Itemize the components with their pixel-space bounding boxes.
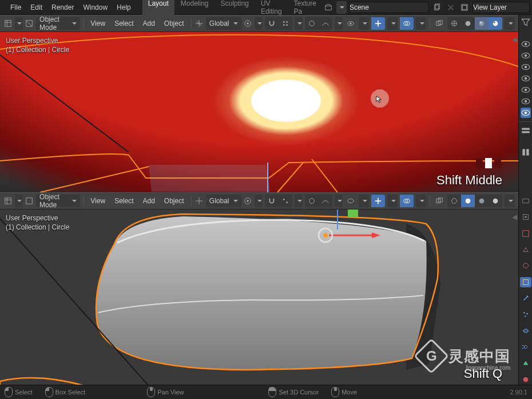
visibility-icon[interactable] (345, 18, 356, 29)
editor-type-icon[interactable] (3, 195, 13, 207)
scene-dropdown-icon[interactable] (336, 1, 347, 14)
browse-scene-icon[interactable] (323, 2, 334, 13)
filter-icon[interactable] (521, 17, 531, 27)
props-filter-icon[interactable] (521, 125, 531, 136)
viewlayer-field[interactable]: View Layer (473, 2, 530, 13)
prop-tab-particles-icon[interactable] (520, 309, 531, 319)
delete-scene-icon[interactable] (445, 2, 456, 13)
pivot-dropdown[interactable] (255, 17, 263, 30)
viewport-top[interactable]: User Perspective (1) Collection | Circle… (0, 32, 518, 192)
pivot-icon[interactable] (244, 18, 253, 29)
overlay-toggle-icon[interactable] (400, 195, 414, 207)
orientation-icon[interactable] (194, 18, 204, 29)
tab-modeling[interactable]: Modeling (175, 0, 215, 18)
visibility-eye-icon-5[interactable] (521, 85, 531, 95)
prop-tab-viewlayer-icon[interactable] (520, 228, 531, 239)
menu-edit[interactable]: Edit (26, 2, 47, 13)
new-scene-icon[interactable] (431, 2, 443, 13)
menu-file[interactable]: File (6, 2, 26, 13)
shading-solid-icon[interactable] (461, 17, 475, 30)
snap-toggle-icon[interactable] (265, 17, 279, 30)
prop-tab-world-icon[interactable] (520, 260, 531, 271)
shading-rendered-icon[interactable] (489, 195, 502, 207)
orientation-select[interactable]: Global (206, 17, 241, 30)
propedit-dropdown[interactable] (335, 195, 343, 207)
prop-tab-physics-icon[interactable] (520, 326, 531, 336)
overlay-toggle-icon[interactable] (400, 17, 414, 30)
prop-tab-data-icon[interactable] (520, 358, 531, 368)
pivot-dropdown[interactable] (255, 195, 263, 207)
tab-layout[interactable]: Layout (142, 0, 174, 18)
menu-select[interactable]: Select (111, 19, 137, 27)
visibility-dropdown[interactable] (359, 17, 369, 30)
prop-tab-render-icon[interactable] (520, 196, 531, 206)
visibility-eye-icon-3[interactable] (521, 62, 531, 72)
menu-add[interactable]: Add (139, 197, 158, 205)
sidebar-collapse-icon[interactable]: ◀ (512, 35, 517, 44)
menu-object[interactable]: Object (161, 19, 188, 27)
visibility-eye-icon-6[interactable] (521, 96, 531, 106)
propedit-curve-icon[interactable] (319, 17, 332, 30)
overlay-dropdown[interactable] (416, 195, 426, 207)
shading-matprev-icon[interactable] (475, 17, 489, 30)
editor-type-dropdown[interactable] (15, 17, 23, 30)
menu-select[interactable]: Select (111, 197, 137, 205)
propedit-icon[interactable] (305, 17, 319, 30)
snap-mode-icon[interactable] (279, 195, 292, 207)
snap-dropdown[interactable] (295, 17, 303, 30)
shading-solid-icon[interactable] (461, 195, 475, 207)
sidebar-collapse-icon[interactable]: ◀ (512, 213, 517, 221)
shading-dropdown[interactable] (505, 195, 515, 207)
tab-sculpting[interactable]: Sculpting (215, 0, 255, 18)
prop-tab-scene-icon[interactable] (520, 244, 531, 255)
visibility-dropdown[interactable] (359, 195, 369, 207)
viewport-bottom[interactable]: User Perspective (1) Collection | Circle… (0, 210, 518, 386)
mode-icon[interactable] (25, 195, 34, 207)
shading-matprev-icon[interactable] (475, 195, 489, 207)
prop-tab-output-icon[interactable] (520, 212, 531, 222)
menu-add[interactable]: Add (139, 19, 158, 27)
gizmo-dropdown[interactable] (387, 195, 398, 207)
gizmo-toggle-icon[interactable] (371, 195, 385, 207)
menu-object[interactable]: Object (161, 197, 188, 205)
propedit-curve-icon[interactable] (319, 195, 332, 207)
tab-texturepaint[interactable]: Texture Pa (288, 0, 322, 18)
xray-icon[interactable] (434, 18, 445, 29)
menu-view[interactable]: View (87, 197, 109, 205)
menu-render[interactable]: Render (47, 2, 78, 13)
gizmo-dropdown[interactable] (387, 17, 398, 30)
menu-help[interactable]: Help (112, 2, 136, 13)
shading-dropdown[interactable] (505, 17, 515, 30)
overlay-dropdown[interactable] (416, 17, 426, 30)
editor-type-icon[interactable] (3, 18, 13, 29)
visibility-eye-icon-2[interactable] (521, 50, 531, 61)
gizmo-toggle-icon[interactable] (371, 17, 385, 30)
visibility-eye-icon-7[interactable] (521, 108, 531, 118)
snap-mode-icon[interactable] (279, 17, 292, 30)
prop-tab-modifiers-icon[interactable] (520, 293, 531, 303)
shading-wire-icon[interactable] (447, 17, 461, 30)
pivot-icon[interactable] (244, 195, 253, 207)
scene-field[interactable]: Scene (349, 2, 429, 13)
shading-wire-icon[interactable] (447, 195, 461, 207)
propedit-icon[interactable] (305, 195, 319, 207)
prop-tab-constraints-icon[interactable] (520, 342, 531, 352)
tool-icon-a[interactable] (521, 147, 531, 157)
editor-type-dropdown[interactable] (15, 195, 23, 207)
browse-layer-icon[interactable] (459, 2, 470, 13)
visibility-eye-icon-4[interactable] (521, 73, 531, 84)
mode-select[interactable]: Object Mode (36, 17, 80, 30)
mode-select[interactable]: Object Mode (36, 195, 80, 207)
prop-tab-material-icon[interactable] (520, 374, 531, 385)
snap-dropdown[interactable] (295, 195, 303, 207)
prop-tab-object-icon[interactable] (520, 277, 531, 287)
orientation-icon[interactable] (194, 195, 204, 207)
xray-icon[interactable] (434, 195, 445, 207)
visibility-icon[interactable] (345, 195, 356, 207)
orientation-select[interactable]: Global (206, 195, 241, 207)
menu-view[interactable]: View (87, 19, 109, 27)
snap-toggle-icon[interactable] (265, 195, 279, 207)
menu-window[interactable]: Window (78, 2, 112, 13)
mode-icon[interactable] (25, 18, 34, 29)
shading-rendered-icon[interactable] (489, 17, 502, 30)
